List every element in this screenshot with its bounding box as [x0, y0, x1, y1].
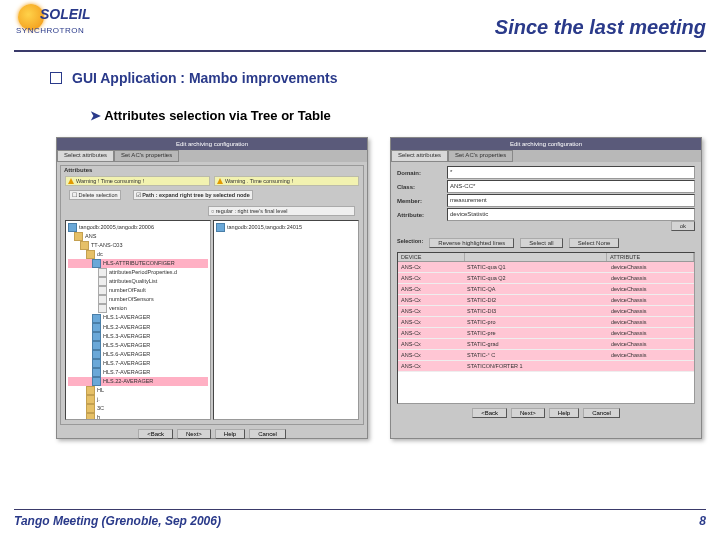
- table-row[interactable]: ANS-CxSTATIC-DI2deviceChassis: [398, 295, 694, 306]
- tab-set-properties[interactable]: Set AC's properties: [114, 150, 179, 162]
- table-row[interactable]: ANS-CxSTATICON/FORTER 1: [398, 361, 694, 372]
- help-button[interactable]: Help: [549, 408, 579, 418]
- selection-controls: Selection: Reverse highlighted lines Sel…: [397, 238, 695, 248]
- cancel-button[interactable]: Cancel: [583, 408, 620, 418]
- back-button[interactable]: <Back: [472, 408, 507, 418]
- regular-hint: ○ regular : right tree's final level: [208, 206, 355, 216]
- reverse-button[interactable]: Reverse highlighted lines: [429, 238, 514, 248]
- class-label: Class:: [397, 184, 447, 190]
- next-button[interactable]: Next>: [511, 408, 545, 418]
- select-all-button[interactable]: Select all: [520, 238, 562, 248]
- table-header: DEVICE ATTRIBUTE: [398, 253, 694, 262]
- member-field[interactable]: measurement: [447, 194, 695, 207]
- wizard-buttons: <Back Next> Help Cancel: [61, 429, 363, 439]
- window-titlebar: Edit archiving configuration: [57, 138, 367, 150]
- cancel-button[interactable]: Cancel: [249, 429, 286, 439]
- domain-label: Domain:: [397, 170, 447, 176]
- table-row[interactable]: ANS-CxSTATIC-DI3deviceChassis: [398, 306, 694, 317]
- tree-selection-window: Edit archiving configuration Select attr…: [56, 137, 368, 439]
- bullet-level2: Attributes selection via Tree or Table: [90, 108, 670, 123]
- logo-sub: SYNCHROTRON: [16, 26, 84, 35]
- domain-field[interactable]: *: [447, 166, 695, 179]
- selection-label: Selection:: [397, 238, 423, 248]
- help-button[interactable]: Help: [215, 429, 245, 439]
- back-button[interactable]: <Back: [138, 429, 173, 439]
- table-row[interactable]: ANS-CxSTATIC-graddeviceChassis: [398, 339, 694, 350]
- select-none-button[interactable]: Select None: [569, 238, 620, 248]
- tab-bar: Select attributes Set AC's properties: [57, 150, 367, 162]
- slide-body: GUI Application : Mambo improvements Att…: [0, 52, 720, 447]
- panel-label: Attributes: [61, 166, 363, 174]
- tab-select-attributes[interactable]: Select attributes: [57, 150, 114, 162]
- table-row[interactable]: ANS-CxSTATIC-° CdeviceChassis: [398, 350, 694, 361]
- attributes-panel: Attributes Warning ! Time consuming ! Wa…: [60, 165, 364, 425]
- ok-button[interactable]: ok: [671, 221, 695, 231]
- tab-select-attributes[interactable]: Select attributes: [391, 150, 448, 162]
- attributes-table[interactable]: DEVICE ATTRIBUTE ANS-CxSTATIC-qua Q1devi…: [397, 252, 695, 404]
- slide-footer: Tango Meeting (Grenoble, Sep 2006) 8: [14, 509, 706, 528]
- tab-bar: Select attributes Set AC's properties: [391, 150, 701, 162]
- screenshots-container: Edit archiving configuration Select attr…: [50, 137, 670, 447]
- warning-icon: [68, 178, 74, 184]
- next-button[interactable]: Next>: [177, 429, 211, 439]
- table-selection-window: Edit archiving configuration Select attr…: [390, 137, 702, 439]
- warning-right: Warning . Time consuming !: [214, 176, 359, 186]
- window-titlebar: Edit archiving configuration: [391, 138, 701, 150]
- warning-left: Warning ! Time consuming !: [65, 176, 210, 186]
- table-row[interactable]: ANS-CxSTATIC-QAdeviceChassis: [398, 284, 694, 295]
- class-field[interactable]: ANS-CC*: [447, 180, 695, 193]
- page-number: 8: [699, 514, 706, 528]
- footer-text: Tango Meeting (Grenoble, Sep 2006): [14, 514, 221, 528]
- attribute-field[interactable]: deviceStatistic: [447, 208, 695, 221]
- logo: SOLEIL SYNCHROTRON: [14, 2, 104, 46]
- table-row[interactable]: ANS-CxSTATIC-prodeviceChassis: [398, 317, 694, 328]
- member-label: Member:: [397, 198, 447, 204]
- slide-header: SOLEIL SYNCHROTRON Since the last meetin…: [14, 0, 706, 52]
- tab-set-properties[interactable]: Set AC's properties: [448, 150, 513, 162]
- bullet-level1: GUI Application : Mambo improvements: [50, 70, 670, 86]
- logo-name: SOLEIL: [40, 6, 91, 22]
- wizard-buttons: <Back Next> Help Cancel: [395, 408, 697, 418]
- table-row[interactable]: ANS-CxSTATIC-predeviceChassis: [398, 328, 694, 339]
- delete-selection-checkbox[interactable]: ☐ Delete selection: [69, 190, 121, 200]
- tree-left[interactable]: tangodb:20005,tangodb:20006 ANS TT-ANS-C…: [65, 220, 211, 420]
- table-row[interactable]: ANS-CxSTATIC-qua Q2deviceChassis: [398, 273, 694, 284]
- attribute-label: Attribute:: [397, 212, 447, 218]
- warning-icon: [217, 178, 223, 184]
- tree-right[interactable]: tangodb:20015,tangodb:24015: [213, 220, 359, 420]
- expand-hint: ☑ Path : expand right tree by selected n…: [133, 190, 253, 200]
- table-row[interactable]: ANS-CxSTATIC-qua Q1deviceChassis: [398, 262, 694, 273]
- slide-title: Since the last meeting: [495, 16, 706, 39]
- tree-panes: tangodb:20005,tangodb:20006 ANS TT-ANS-C…: [65, 220, 359, 420]
